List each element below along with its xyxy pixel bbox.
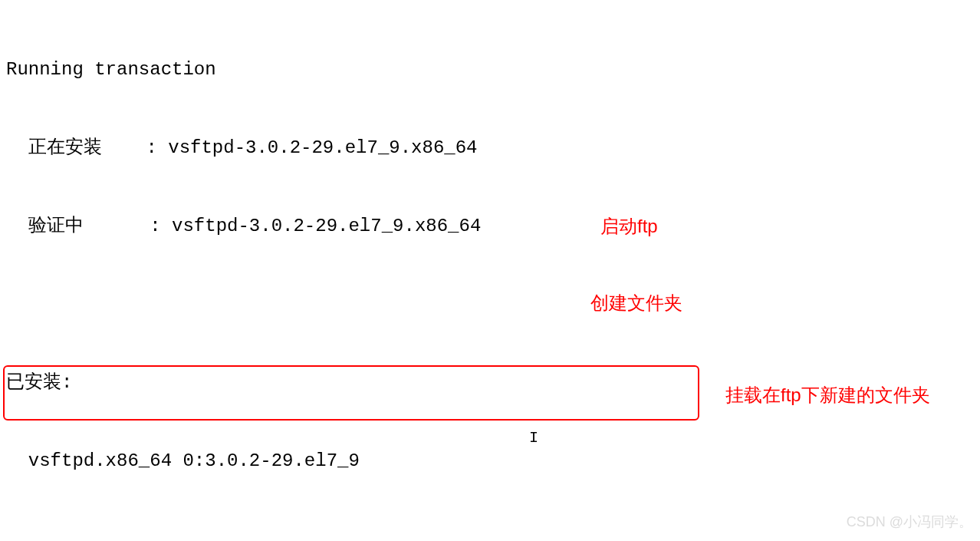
annotation-mount-folder: 挂载在ftp下新建的文件夹 [725,382,930,408]
output-label: 验证中 : [6,213,161,239]
output-line: vsftpd.x86_64 0:3.0.2-29.el7_9 [6,448,360,474]
output-value: vsftpd-3.0.2-29.el7_9.x86_64 [161,213,482,239]
output-line: 已安装: [6,370,72,396]
terminal-output: Running transaction 正在安装 : vsftpd-3.0.2-… [6,5,974,541]
annotation-create-folder: 创建文件夹 [590,290,682,316]
output-label: 正在安装 : [6,135,157,161]
output-value: vsftpd-3.0.2-29.el7_9.x86_64 [157,135,478,161]
watermark-text: CSDN @小冯同学。 [847,509,972,535]
annotation-start-ftp: 启动ftp [600,213,658,239]
text-cursor-icon: I [529,425,538,451]
output-line: Running transaction [6,57,216,83]
